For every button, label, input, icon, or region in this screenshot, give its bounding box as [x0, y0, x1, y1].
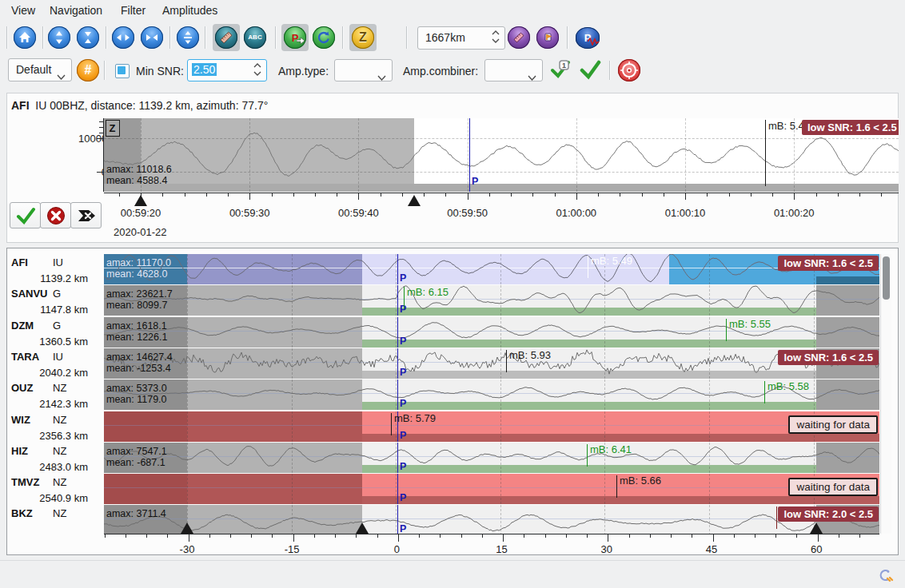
spin-arrows[interactable]: [492, 30, 500, 43]
mb-amplitude-marker[interactable]: [588, 256, 588, 278]
records-time-axis: [104, 534, 879, 534]
min-snr-checkbox[interactable]: [115, 64, 130, 78]
time-zoom-in-button[interactable]: [141, 26, 163, 49]
mb-amplitude-marker[interactable]: [765, 120, 766, 186]
recompute-amplitudes-button[interactable]: [313, 26, 335, 49]
p-pick-marker[interactable]: [397, 443, 398, 473]
chevron-down-icon: [57, 74, 66, 80]
distance-label: 2540.9 km: [11, 492, 88, 504]
menu-filter[interactable]: Filter: [121, 4, 146, 17]
record-row-DZM[interactable]: amax: 1618.1mean: 1226.1PmB: 5.55: [104, 317, 879, 348]
min-snr-spinbox[interactable]: 2.50: [187, 59, 267, 81]
menu-view[interactable]: View: [11, 4, 35, 17]
signal-end-handle[interactable]: [810, 522, 823, 534]
menu-navigation[interactable]: Navigation: [50, 4, 102, 17]
p-pick-marker[interactable]: [397, 379, 398, 410]
mb-amplitude-marker[interactable]: [404, 287, 405, 309]
signal-window-strip: [362, 434, 879, 442]
measure-amplitude-button[interactable]: [215, 26, 237, 49]
noise-window-handle[interactable]: [181, 522, 193, 534]
axis-tick: [816, 193, 817, 197]
axis-tick: [185, 193, 185, 197]
axis-tick: [315, 193, 316, 197]
amplitude-zoom-out-button[interactable]: [48, 26, 70, 49]
records-scrollbar[interactable]: [880, 254, 891, 534]
mb-amplitude-marker[interactable]: [506, 350, 507, 372]
connection-status-icon[interactable]: [878, 568, 894, 587]
p-pick-marker[interactable]: [469, 118, 470, 192]
pick-amplitude-button[interactable]: P: [284, 26, 306, 49]
ruler-icon: [218, 30, 234, 46]
axis-tick: [692, 534, 692, 538]
profile-edit-button[interactable]: #: [77, 59, 99, 81]
confirm-pick-button[interactable]: [10, 202, 41, 228]
time-tick-label: 00:59:50: [447, 207, 488, 219]
gridline: [396, 474, 397, 504]
mb-amplitude-marker[interactable]: [616, 475, 617, 498]
main-time-axis: [104, 193, 899, 193]
check-icon: [579, 59, 601, 80]
record-row-AFI[interactable]: amax: 11170.0mean: 4628.0PmB: 5.49low SN…: [104, 254, 879, 284]
record-row-BKZ[interactable]: amax: 3711.4PmB: 6.13low SNR: 2.0 < 2.5: [104, 505, 879, 534]
show-picker-button[interactable]: P: [576, 27, 600, 49]
amp-combiner-combobox[interactable]: [484, 59, 543, 81]
pick-settings-button[interactable]: [536, 26, 559, 49]
apply-all-amplitudes-button[interactable]: [579, 59, 603, 81]
record-row-TMVZ[interactable]: PmB: 5.66waiting for data: [104, 474, 879, 504]
record-row-OUZ[interactable]: amax: 5373.0mean: 1179.0PmB: 5.58: [104, 379, 879, 410]
p-pick-label: P: [400, 492, 406, 503]
time-tick-label: 00:59:30: [229, 207, 270, 219]
p-pick-marker[interactable]: [397, 285, 398, 316]
component-z-button[interactable]: Z: [106, 120, 120, 137]
reset-pick-button[interactable]: [40, 202, 71, 228]
p-pick-marker[interactable]: [397, 474, 398, 504]
signal-start-handle[interactable]: [356, 522, 369, 534]
axis-tick: [818, 534, 819, 542]
apply-amplitude-button[interactable]: 1: [550, 59, 574, 81]
station-code: AFI: [11, 256, 28, 268]
axis-tick: [377, 534, 378, 538]
axis-tick: [468, 193, 468, 200]
chevron-down-icon: [528, 75, 536, 81]
zoom-trace-canvas[interactable]: Z amax: 11018.6 mean: 4588.4 P mB: 5.4 l…: [104, 118, 899, 192]
window-end-handle[interactable]: [408, 195, 421, 206]
axis-tick: [755, 534, 755, 538]
gridline: [500, 411, 501, 442]
record-row-SANVU[interactable]: amax: 23621.7mean: 8099.7PmB: 6.15: [104, 285, 879, 316]
mb-amplitude-marker[interactable]: [726, 319, 727, 341]
axis-tick: [664, 193, 664, 197]
p-pick-marker[interactable]: [397, 317, 398, 348]
record-row-HIZ[interactable]: amax: 7547.1mean: -687.1PmB: 6.41: [104, 443, 879, 473]
p-pick-marker[interactable]: [397, 505, 398, 534]
axis-tick: [419, 534, 420, 538]
mb-amplitude-marker[interactable]: [391, 413, 392, 435]
skip-trace-button[interactable]: [70, 202, 102, 228]
axis-tick: [576, 193, 577, 200]
home-view-button[interactable]: [14, 26, 36, 49]
mean-label: mean: 4628.0: [106, 268, 167, 280]
window-start-handle[interactable]: [134, 195, 147, 206]
records-scrollbar-thumb[interactable]: [883, 256, 890, 300]
profile-combobox[interactable]: Default: [8, 58, 72, 81]
measure-settings-button[interactable]: [508, 26, 530, 49]
spin-arrows[interactable]: [253, 63, 261, 76]
amplitude-zoom-in-button[interactable]: [77, 26, 99, 49]
station-code: OUZ: [11, 382, 33, 394]
p-pick-marker[interactable]: [397, 348, 398, 379]
record-row-WIZ[interactable]: PmB: 5.79waiting for data: [104, 411, 879, 442]
normalize-amplitudes-button[interactable]: [177, 26, 199, 49]
axis-tick: [230, 534, 231, 538]
mb-amplitude-marker[interactable]: [764, 381, 765, 403]
annotate-button[interactable]: ABC: [244, 26, 266, 49]
relocate-button[interactable]: [618, 59, 640, 81]
mb-amplitude-marker[interactable]: [776, 507, 777, 529]
time-zoom-out-button[interactable]: [112, 26, 134, 49]
amp-type-combobox[interactable]: [334, 59, 393, 81]
record-row-TARA[interactable]: amax: 14627.4mean: -1253.4PmB: 5.93low S…: [104, 348, 879, 379]
distance-label: 2142.3 km: [11, 398, 88, 410]
p-pick-marker[interactable]: [397, 254, 398, 284]
distance-window-spinbox[interactable]: 1667km: [417, 26, 505, 50]
mb-amplitude-marker[interactable]: [587, 444, 588, 467]
menu-amplitudes[interactable]: Amplitudes: [162, 4, 217, 17]
z-component-button[interactable]: Z: [352, 26, 374, 49]
